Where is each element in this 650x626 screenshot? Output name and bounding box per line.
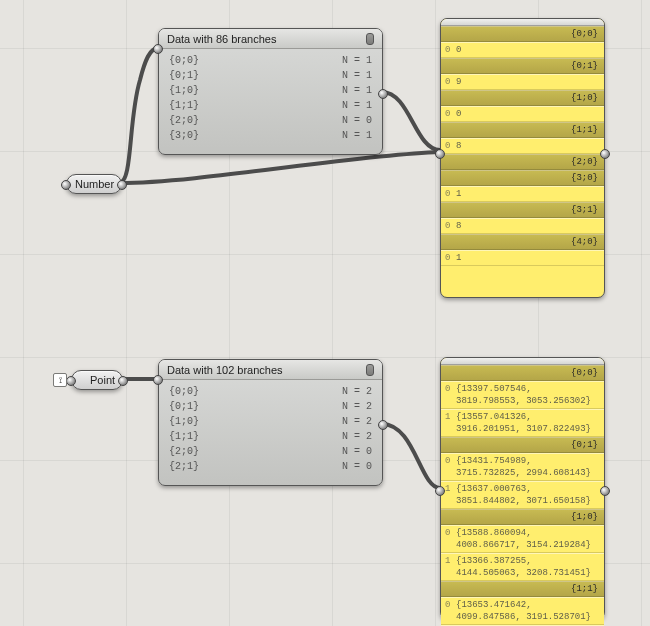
value-index: 0	[445, 140, 453, 152]
branch-path: {2;0}	[169, 444, 199, 459]
branch-value-row: 08	[441, 138, 604, 154]
panel-2-input-port[interactable]	[153, 375, 163, 385]
branch-value-row: 1{13366.387255, 4144.505063, 3208.731451…	[441, 553, 604, 581]
branch-path: {2;1}	[169, 459, 199, 474]
branch-header: {1;0}	[441, 90, 604, 106]
value-index: 0	[445, 455, 453, 479]
panel-1-header[interactable]: Data with 86 branches	[159, 29, 382, 49]
branch-value-row: 00	[441, 106, 604, 122]
branch-header: {0;1}	[441, 58, 604, 74]
branch-count: N = 2	[342, 429, 372, 444]
value-text: {13637.000763, 3851.844802, 3071.650158}	[456, 483, 600, 507]
data-panel-2-output-port[interactable]	[600, 486, 610, 496]
value-index: 0	[445, 383, 453, 407]
branch-header: {4;0}	[441, 234, 604, 250]
data-panel-1-body: {0;0}00{0;1}09{1;0}00{1;1}08{2;0}{3;0}01…	[441, 26, 604, 266]
param-viewer-panel-2[interactable]: Data with 102 branches {0;0}N = 2{0;1}N …	[158, 359, 383, 486]
panel-row: {2;0}N = 0	[169, 113, 372, 128]
value-text: 0	[456, 108, 461, 120]
branch-header: {1;1}	[441, 122, 604, 138]
panel-row: {0;1}N = 2	[169, 399, 372, 414]
branch-count: N = 1	[342, 83, 372, 98]
value-text: 9	[456, 76, 461, 88]
panel-2-grip[interactable]	[366, 364, 374, 376]
panel-row: {0;0}N = 2	[169, 384, 372, 399]
branch-path: {0;0}	[169, 384, 199, 399]
value-index: 0	[445, 76, 453, 88]
panel-row: {3;0}N = 1	[169, 128, 372, 143]
panel-2-output-port[interactable]	[378, 420, 388, 430]
data-panel-1[interactable]: {0;0}00{0;1}09{1;0}00{1;1}08{2;0}{3;0}01…	[440, 18, 605, 298]
panel-2-title: Data with 102 branches	[167, 364, 283, 376]
branch-path: {0;1}	[169, 399, 199, 414]
point-icon: ⟟	[53, 373, 67, 387]
value-index: 1	[445, 411, 453, 435]
point-output-port[interactable]	[118, 376, 128, 386]
panel-2-header[interactable]: Data with 102 branches	[159, 360, 382, 380]
number-output-port[interactable]	[117, 180, 127, 190]
branch-header: {0;1}	[441, 437, 604, 453]
panel-row: {1;0}N = 1	[169, 83, 372, 98]
branch-path: {1;1}	[169, 429, 199, 444]
param-viewer-panel-1[interactable]: Data with 86 branches {0;0}N = 1{0;1}N =…	[158, 28, 383, 155]
panel-row: {1;0}N = 2	[169, 414, 372, 429]
panel-1-input-port[interactable]	[153, 44, 163, 54]
value-index: 1	[445, 483, 453, 507]
number-input-port[interactable]	[61, 180, 71, 190]
branch-count: N = 1	[342, 53, 372, 68]
value-index: 0	[445, 599, 453, 623]
branch-value-row: 0{13397.507546, 3819.798553, 3053.256302…	[441, 381, 604, 409]
branch-count: N = 1	[342, 68, 372, 83]
branch-value-row: 0{13431.754989, 3715.732825, 2994.608143…	[441, 453, 604, 481]
data-panel-1-input-port[interactable]	[435, 149, 445, 159]
branch-header: {2;0}	[441, 154, 604, 170]
value-text: {13653.471642, 4099.847586, 3191.528701}	[456, 599, 600, 623]
branch-value-row: 1{13637.000763, 3851.844802, 3071.650158…	[441, 481, 604, 509]
point-input-port[interactable]	[66, 376, 76, 386]
value-text: 8	[456, 140, 461, 152]
branch-header: {0;0}	[441, 365, 604, 381]
value-text: 0	[456, 44, 461, 56]
branch-value-row: 1{13557.041326, 3916.201951, 3107.822493…	[441, 409, 604, 437]
branch-path: {1;1}	[169, 98, 199, 113]
panel-row: {0;1}N = 1	[169, 68, 372, 83]
data-panel-2[interactable]: {0;0}0{13397.507546, 3819.798553, 3053.2…	[440, 357, 605, 619]
branch-header: {3;0}	[441, 170, 604, 186]
branch-value-row: 00	[441, 42, 604, 58]
branch-count: N = 0	[342, 444, 372, 459]
number-param-label: Number	[75, 178, 114, 190]
branch-header: {1;0}	[441, 509, 604, 525]
panel-1-grip[interactable]	[366, 33, 374, 45]
branch-value-row: 08	[441, 218, 604, 234]
branch-count: N = 1	[342, 98, 372, 113]
panel-row: {0;0}N = 1	[169, 53, 372, 68]
panel-row: {1;1}N = 1	[169, 98, 372, 113]
number-param[interactable]: Number	[66, 174, 122, 194]
branch-value-row: 0{13653.471642, 4099.847586, 3191.528701…	[441, 597, 604, 625]
value-index: 0	[445, 44, 453, 56]
panel-1-title: Data with 86 branches	[167, 33, 276, 45]
value-text: 8	[456, 220, 461, 232]
branch-count: N = 2	[342, 384, 372, 399]
data-panel-1-output-port[interactable]	[600, 149, 610, 159]
value-text: {13588.860094, 4008.866717, 3154.219284}	[456, 527, 600, 551]
data-panel-2-input-port[interactable]	[435, 486, 445, 496]
branch-path: {0;1}	[169, 68, 199, 83]
branch-path: {2;0}	[169, 113, 199, 128]
branch-value-row: 01	[441, 186, 604, 202]
panel-1-output-port[interactable]	[378, 89, 388, 99]
value-index: 1	[445, 555, 453, 579]
branch-header: {3;1}	[441, 202, 604, 218]
value-text: {13557.041326, 3916.201951, 3107.822493}	[456, 411, 600, 435]
data-panel-1-header[interactable]	[441, 19, 604, 26]
branch-count: N = 0	[342, 113, 372, 128]
branch-count: N = 1	[342, 128, 372, 143]
value-index: 0	[445, 220, 453, 232]
point-param[interactable]: Point	[71, 370, 123, 390]
branch-value-row: 09	[441, 74, 604, 90]
data-panel-2-header[interactable]	[441, 358, 604, 365]
panel-1-body: {0;0}N = 1{0;1}N = 1{1;0}N = 1{1;1}N = 1…	[159, 49, 382, 149]
branch-count: N = 0	[342, 459, 372, 474]
point-param-label: Point	[90, 374, 115, 386]
branch-header: {0;0}	[441, 26, 604, 42]
